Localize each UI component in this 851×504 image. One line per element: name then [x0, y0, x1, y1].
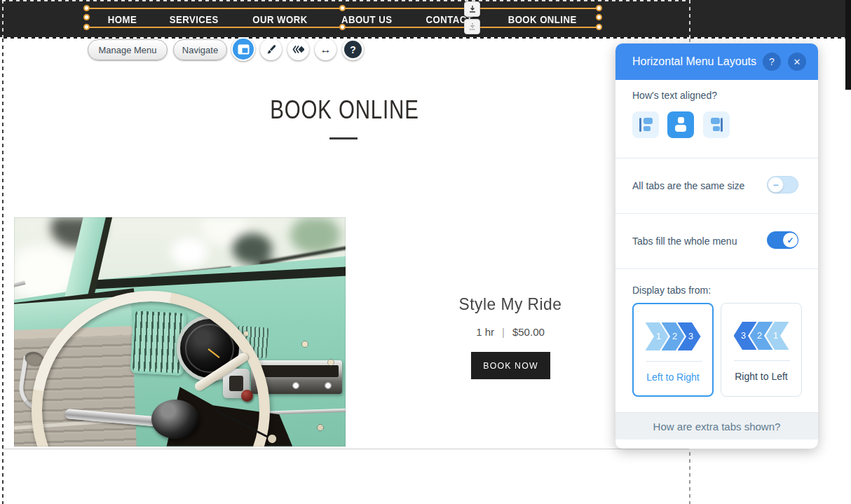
- chrome-trim-strip: [215, 409, 346, 417]
- title-underline: [329, 137, 358, 139]
- left-to-right-label: Left to Right: [634, 372, 712, 383]
- right-to-left-option[interactable]: 3 2 1 Right to Left: [721, 303, 802, 397]
- stretch-button[interactable]: ↔: [315, 39, 336, 60]
- page-left-boundary: [2, 39, 4, 504]
- dash-vent-left: [130, 308, 187, 376]
- panel-title: Horizontal Menu Layouts: [632, 55, 756, 68]
- wheel-hub: [151, 400, 199, 439]
- ivory-knobs: [14, 217, 346, 447]
- wiper-arm: [260, 246, 346, 265]
- photo-backdrop: [14, 217, 346, 447]
- door-pillar-trim: [83, 217, 114, 318]
- speedometer: [177, 315, 243, 381]
- selection-handle[interactable]: [339, 24, 346, 30]
- signal-stalk: [193, 351, 250, 393]
- align-center-button[interactable]: [667, 111, 694, 138]
- menu-item-home[interactable]: HOME: [108, 13, 137, 25]
- dashboard-mint: [14, 217, 346, 447]
- selection-handle[interactable]: [83, 5, 90, 11]
- selection-handle[interactable]: [83, 14, 90, 20]
- red-knob: [241, 390, 253, 402]
- header-bottom-boundary: [0, 37, 851, 39]
- menu-item-book-online[interactable]: BOOK ONLINE: [508, 13, 576, 25]
- toggle-knob-off-icon: −: [768, 177, 784, 193]
- stretch-down-icon: [468, 22, 477, 31]
- page-title: BOOK ONLINE: [62, 95, 627, 125]
- align-question-label: How's text aligned?: [632, 90, 717, 101]
- book-now-button[interactable]: BOOK NOW: [470, 352, 550, 379]
- align-left-icon: [639, 118, 641, 132]
- panel-divider: [615, 158, 818, 158]
- stretch-icon: ↔: [320, 44, 332, 55]
- switch-box: [223, 369, 250, 398]
- meta-separator: |: [502, 326, 505, 338]
- steering-wheel: [32, 291, 270, 447]
- align-left-icon-bar: [644, 118, 653, 124]
- vent-window-latch: [14, 280, 25, 287]
- menu-layouts-panel: Horizontal Menu Layouts ? ✕ How's text a…: [615, 43, 818, 449]
- door-pillar: [61, 217, 110, 319]
- extra-tabs-link[interactable]: How are extra tabs shown?: [615, 412, 818, 440]
- section-divider: [3, 449, 689, 449]
- service-price: $50.00: [512, 326, 545, 338]
- windshield-sill: [90, 266, 346, 289]
- card-divider: [646, 361, 702, 362]
- site-header: HOME SERVICES OUR WORK ABOUT US CONTACT …: [0, 0, 851, 39]
- display-from-label: Display tabs from:: [632, 285, 711, 296]
- door-panel: [14, 333, 137, 447]
- same-size-toggle[interactable]: −: [767, 176, 798, 193]
- panel-header: Horizontal Menu Layouts ? ✕: [615, 43, 818, 80]
- card-divider: [734, 360, 790, 361]
- car-radio: [251, 360, 342, 394]
- stretch-down-button[interactable]: [464, 1, 480, 17]
- stretch-down-button-secondary[interactable]: [464, 19, 480, 34]
- wiper-arm: [151, 266, 231, 278]
- door-top: [14, 296, 133, 345]
- align-right-icon: [721, 118, 723, 132]
- dash-vent-right: [236, 326, 269, 359]
- align-right-icon-bar: [713, 126, 720, 131]
- panel-help-button[interactable]: ?: [763, 53, 781, 71]
- animation-button[interactable]: [287, 39, 309, 60]
- menu-layouts-button[interactable]: [231, 37, 255, 61]
- align-right-icon-bar: [711, 118, 720, 124]
- panel-close-button[interactable]: ✕: [788, 53, 806, 71]
- manage-menu-button[interactable]: Manage Menu: [88, 39, 168, 60]
- panel-divider: [615, 268, 818, 269]
- selection-handle[interactable]: [83, 24, 90, 30]
- door-window-sill: [14, 288, 135, 311]
- align-center-icon: [678, 117, 684, 123]
- wheel-spoke: [64, 409, 179, 428]
- align-center-icon-bar: [675, 125, 686, 132]
- animation-icon: [292, 45, 304, 54]
- chevrons-right: 1 2 3: [634, 322, 712, 350]
- toggle-knob-check-icon: ✓: [783, 233, 798, 247]
- menu-item-services[interactable]: SERVICES: [169, 13, 218, 25]
- fill-menu-toggle[interactable]: ✓: [767, 231, 798, 249]
- page-right-boundary-header: [689, 0, 690, 39]
- page-top-boundary: [2, 0, 689, 1]
- right-to-left-label: Right to Left: [721, 371, 801, 382]
- selection-handle[interactable]: [339, 5, 346, 11]
- selection-handle[interactable]: [596, 5, 602, 11]
- selection-handle[interactable]: [596, 14, 602, 20]
- door-handle: [15, 356, 47, 411]
- design-brush-icon: [266, 44, 277, 55]
- design-button[interactable]: [260, 39, 282, 60]
- panel-divider: [615, 213, 818, 214]
- selection-handle[interactable]: [596, 24, 602, 30]
- align-left-icon-bar: [644, 126, 651, 131]
- menu-item-our-work[interactable]: OUR WORK: [252, 13, 307, 25]
- align-right-button[interactable]: [703, 111, 730, 138]
- menu-item-about-us[interactable]: ABOUT US: [341, 13, 392, 25]
- left-to-right-option[interactable]: 1 2 3 Left to Right: [632, 303, 714, 397]
- stretch-down-icon: [468, 5, 477, 13]
- same-size-label: All tabs are the same size: [632, 180, 744, 191]
- chevrons-left: 3 2 1: [721, 322, 801, 350]
- navigate-button[interactable]: Navigate: [173, 39, 227, 60]
- align-left-button[interactable]: [632, 111, 659, 138]
- service-image[interactable]: [14, 217, 346, 447]
- help-button[interactable]: ?: [342, 39, 364, 60]
- wheel-wire: [215, 409, 271, 440]
- editor-stage: HOME SERVICES OUR WORK ABOUT US CONTACT …: [0, 0, 851, 504]
